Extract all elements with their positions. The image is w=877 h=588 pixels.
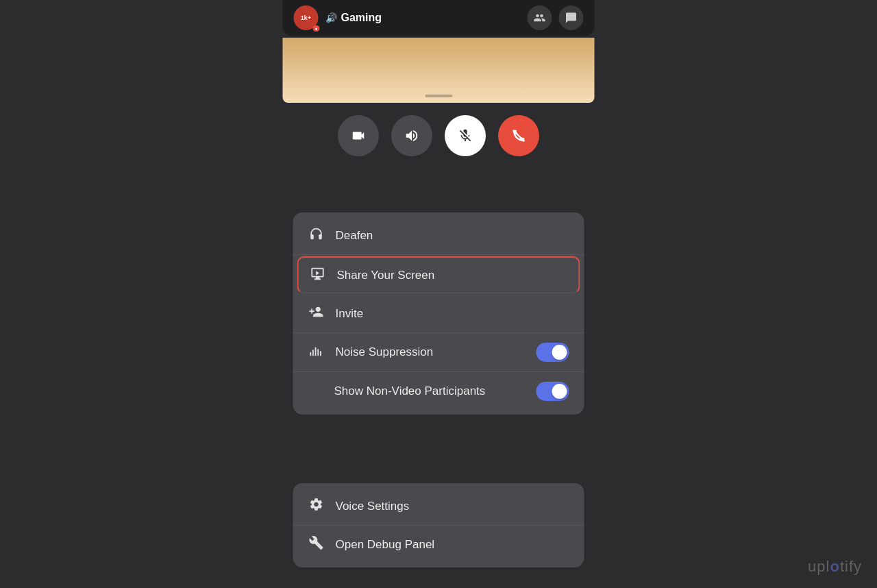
headphones-icon <box>308 226 325 245</box>
show-non-video-label: Show Non-Video Participants <box>308 384 526 398</box>
speaker-button[interactable] <box>391 115 432 156</box>
voice-settings-label: Voice Settings <box>336 500 569 513</box>
menu-item-share-screen[interactable]: Share Your Screen <box>297 256 580 293</box>
menu-item-voice-settings[interactable]: Voice Settings <box>293 487 584 526</box>
svg-rect-3 <box>315 347 317 356</box>
invite-label: Invite <box>336 307 569 321</box>
avatar-text: 1k+ <box>301 14 311 21</box>
channel-name-row: 🔊 Gaming <box>325 12 382 24</box>
menu-item-invite[interactable]: Invite <box>293 295 584 333</box>
watermark-text: uplotify <box>808 558 862 575</box>
avatar-badge: ● <box>312 25 319 32</box>
debug-panel-label: Open Debug Panel <box>336 538 569 552</box>
menu-item-deafen[interactable]: Deafen <box>293 217 584 255</box>
wrench-icon <box>308 535 325 554</box>
preview-bar <box>283 38 595 103</box>
channel-avatar: 1k+ ● <box>294 5 319 30</box>
members-button[interactable] <box>528 5 552 30</box>
mute-button[interactable] <box>445 115 486 156</box>
menu-item-debug-panel[interactable]: Open Debug Panel <box>293 526 584 563</box>
menu-item-noise-suppression[interactable]: Noise Suppression <box>293 333 584 372</box>
noise-suppression-toggle[interactable] <box>536 343 569 362</box>
gear-icon <box>308 497 325 515</box>
speaker-icon: 🔊 <box>325 12 337 23</box>
menu-panel-2: Voice Settings Open Debug Panel <box>293 483 584 567</box>
svg-rect-4 <box>317 349 319 356</box>
noise-suppression-label: Noise Suppression <box>336 345 526 359</box>
menu-panel-1: Deafen Share Your Screen Invite Noise Su… <box>293 212 584 415</box>
preview-handle <box>425 95 452 97</box>
svg-rect-1 <box>310 352 311 356</box>
noise-icon <box>308 343 325 362</box>
end-call-button[interactable] <box>498 115 539 156</box>
share-screen-label: Share Your Screen <box>337 269 568 282</box>
channel-bar: 1k+ ● 🔊 Gaming <box>283 0 595 36</box>
svg-rect-2 <box>312 350 314 356</box>
add-person-icon <box>308 304 325 323</box>
svg-rect-5 <box>320 351 321 356</box>
screen-share-icon <box>310 266 326 284</box>
controls-row <box>338 115 539 156</box>
show-non-video-toggle[interactable] <box>536 382 569 401</box>
menu-item-show-non-video[interactable]: Show Non-Video Participants <box>293 372 584 411</box>
watermark: uplotify <box>808 558 862 576</box>
channel-left: 1k+ ● 🔊 Gaming <box>294 5 382 30</box>
camera-button[interactable] <box>338 115 379 156</box>
deafen-label: Deafen <box>336 229 569 243</box>
chat-button[interactable] <box>559 5 584 30</box>
channel-name: Gaming <box>341 12 382 24</box>
channel-right <box>528 5 584 30</box>
